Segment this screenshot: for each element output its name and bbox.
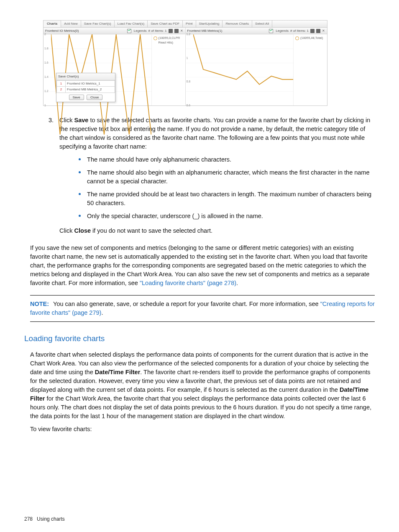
app-toolbar: Charts Add New Save Fav Chart(s) Load Fa…: [43, 21, 327, 28]
toolbar-load-fav[interactable]: Load Fav Chart(s): [115, 21, 148, 27]
close-bold: Close: [74, 227, 91, 234]
toolbar-save-fav[interactable]: Save Fav Chart(s): [81, 21, 115, 27]
note-text: You can also generate, save, or schedule…: [53, 301, 320, 307]
y-tick-label: 1.6: [44, 61, 49, 65]
legend-text-1: (10055,All,Total): [300, 36, 323, 41]
close-text-1: Click: [59, 227, 74, 234]
bullet-item: Only the special character, underscore (…: [79, 212, 375, 221]
dialog-close-button[interactable]: Close: [87, 95, 102, 100]
y-tick-label: 1: [187, 56, 188, 60]
y-tick-label: 2: [44, 32, 46, 36]
y-tick-label: 0.6: [187, 103, 191, 108]
tab-charts[interactable]: Charts: [43, 21, 61, 27]
note-box: NOTE:You can also generate, save, or sch…: [30, 295, 375, 322]
toolbar-print[interactable]: Print: [183, 21, 196, 27]
close-icon[interactable]: ✕: [322, 29, 325, 33]
chart-panel-0: Frontend IO Metrics(0) Legends # of Item…: [43, 28, 186, 105]
y-tick-label: 1.2: [187, 32, 191, 36]
chart-plot-1: 1.210.80.6: [186, 34, 294, 105]
chart-type-icon[interactable]: [169, 29, 173, 33]
items-count: # of Items: 1: [290, 28, 309, 33]
link-loading-favorite-charts[interactable]: "Loading favorite charts" (page 278): [140, 280, 236, 286]
y-tick-label: 1.4: [44, 75, 49, 79]
note-label: NOTE:: [30, 301, 49, 307]
bullet-item: The name provided should be at least two…: [79, 190, 375, 208]
legends-checkbox-icon[interactable]: [269, 29, 273, 33]
footer-page-number: 278: [24, 516, 33, 522]
chart-settings-icon[interactable]: [174, 29, 179, 33]
dialog-row-index: 2: [57, 87, 66, 93]
lfc-p1-c: for the Chart Work Area, the favorite ch…: [30, 395, 371, 419]
y-tick-label: 1: [44, 103, 46, 108]
dialog-title: Save Chart(s): [56, 73, 115, 80]
chart-title-0: Frontend IO Metrics(0): [45, 28, 127, 33]
dialog-row: 1 Frontend IO Metrics_1: [57, 80, 115, 87]
lfc-p2: To view favorite charts:: [30, 425, 375, 434]
para2-tail: .: [236, 280, 238, 286]
save-charts-dialog: Save Chart(s) 1 Frontend IO Metrics_1 2 …: [56, 73, 115, 102]
dialog-row-name-input[interactable]: Frontend IO Metrics_1: [66, 80, 115, 87]
legend-swatch-icon: [153, 36, 157, 40]
note-tail: .: [101, 309, 103, 316]
legend-swatch-icon: [295, 36, 299, 40]
legends-label: Legends: [134, 28, 147, 33]
footer-section-title: Using charts: [37, 516, 65, 522]
toolbar-add-new[interactable]: Add New: [61, 21, 81, 27]
y-tick-label: 1.2: [44, 89, 49, 93]
toolbar-remove-charts[interactable]: Remove Charts: [223, 21, 252, 27]
legends-label: Legends: [276, 28, 289, 33]
lfc-bold-1: Date/Time Filter: [95, 369, 141, 375]
legend-text-0: (10055,0,CLPR Read Hits): [159, 36, 184, 45]
chart-settings-icon[interactable]: [316, 29, 320, 33]
y-tick-label: 0.8: [187, 80, 191, 84]
toolbar-save-pdf[interactable]: Save Chart as PDF: [148, 21, 183, 27]
close-text-2: if you do not want to save the selected …: [91, 227, 212, 234]
legends-checkbox-icon[interactable]: [127, 29, 131, 33]
dialog-save-button[interactable]: Save: [69, 95, 84, 100]
close-icon[interactable]: ✕: [180, 29, 184, 33]
page-footer: 278 Using charts: [24, 516, 65, 523]
dialog-row-name-input[interactable]: Frontend MB Metrics_2: [66, 87, 115, 93]
y-tick-label: 1.8: [44, 46, 49, 51]
dialog-row-index: 1: [57, 80, 66, 87]
chart-type-icon[interactable]: [310, 29, 315, 33]
bullet-item: The name should also begin with an alpha…: [79, 168, 375, 186]
toolbar-start-updating[interactable]: StartUpdating: [196, 21, 223, 27]
dialog-row: 2 Frontend MB Metrics_2: [57, 87, 115, 93]
toolbar-select-all[interactable]: Select All: [252, 21, 272, 27]
section-heading: Loading favorite charts: [24, 333, 375, 344]
chart-panel-1: Frontend MB Metrics(1) Legends # of Item…: [186, 28, 327, 105]
legend-1: (10055,All,Total): [293, 34, 327, 105]
legend-0: (10055,0,CLPR Read Hits): [151, 34, 185, 105]
chart-title-1: Frontend MB Metrics(1): [187, 28, 269, 33]
bullet-item: The name should have only alphanumeric c…: [79, 155, 375, 164]
items-count: # of Items: 1: [148, 28, 166, 33]
app-screenshot: Charts Add New Save Fav Chart(s) Load Fa…: [43, 20, 375, 106]
